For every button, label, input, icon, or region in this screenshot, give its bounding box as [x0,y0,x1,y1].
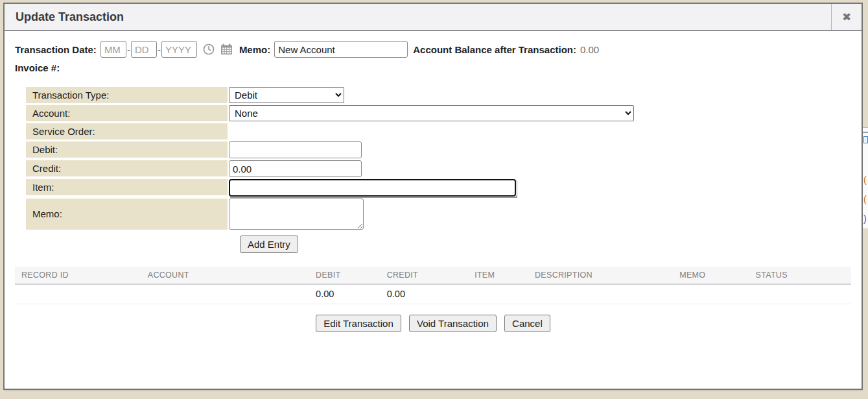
transaction-type-select[interactable]: Debit [229,87,344,103]
service-order-row: Service Order: [26,123,851,139]
update-transaction-dialog: Update Transaction ✖ Transaction Date: -… [3,3,863,390]
date-year-input[interactable] [161,41,197,58]
cell-credit: 0.00 [381,284,468,304]
credit-input[interactable] [229,160,362,177]
cell-memo [673,284,749,304]
cell-debit: 0.00 [309,284,381,304]
account-select[interactable]: None [229,105,634,121]
date-separator: - [127,44,130,55]
item-row: Item: [26,179,851,197]
col-header-account: ACCOUNT [141,267,309,284]
credit-row: Credit: [26,160,851,177]
debit-label: Debit: [26,141,228,158]
memo-header-input[interactable] [274,41,408,58]
underlying-page-strip: ( ( ) [863,0,868,399]
cell-status [749,284,851,304]
invoice-number-label: Invoice #: [15,62,851,73]
cancel-button[interactable]: Cancel [504,315,550,332]
memo-header-label: Memo: [239,44,270,55]
dialog-title: Update Transaction [5,4,831,30]
calendar-icon[interactable] [220,43,233,55]
close-icon: ✖ [842,10,851,24]
col-header-credit: CREDIT [381,267,468,284]
col-header-status: STATUS [749,267,851,284]
account-balance-label: Account Balance after Transaction: [413,44,576,55]
transaction-type-row: Transaction Type: Debit [26,87,851,103]
service-order-label: Service Order: [26,123,228,139]
underlying-table-sliver: ( ( ) [863,127,868,228]
edit-transaction-button[interactable]: Edit Transaction [316,315,401,332]
dialog-titlebar: Update Transaction ✖ [5,4,862,31]
partial-text-fragment: ( [863,194,867,204]
date-day-input[interactable] [131,41,157,58]
debit-row: Debit: [26,141,851,158]
divider [863,132,868,133]
cell-record-id [15,284,141,304]
account-row: Account: None [26,105,851,121]
col-header-description: DESCRIPTION [528,267,673,284]
credit-label: Credit: [26,160,228,176]
add-entry-button[interactable]: Add Entry [240,236,298,253]
dialog-actions: Edit Transaction Void Transaction Cancel [15,315,851,332]
partial-text-fragment: ) [863,213,867,224]
date-month-input[interactable] [100,41,126,58]
cell-item [468,284,528,304]
item-input[interactable] [229,179,516,197]
transaction-type-label: Transaction Type: [26,87,228,103]
table-row: 0.00 0.00 [15,284,851,304]
memo-label: Memo: [26,199,228,230]
partial-checkbox [863,136,868,143]
cell-account [141,284,309,304]
date-separator: - [158,44,161,55]
entry-form: Transaction Type: Debit Account: None Se… [26,87,851,253]
debit-input[interactable] [229,141,362,158]
memo-row: Memo: [26,199,851,230]
records-table: RECORD ID ACCOUNT DEBIT CREDIT ITEM DESC… [15,267,851,304]
close-button[interactable]: ✖ [831,4,862,30]
col-header-debit: DEBIT [309,267,381,284]
memo-textarea[interactable] [229,199,364,230]
cell-description [528,284,673,304]
col-header-item: ITEM [468,267,528,284]
item-label: Item: [26,179,228,195]
void-transaction-button[interactable]: Void Transaction [409,315,497,332]
transaction-date-row: Transaction Date: - - [15,41,851,58]
col-header-record-id: RECORD ID [15,267,141,284]
transaction-date-label: Transaction Date: [15,44,97,55]
clock-icon[interactable] [203,43,215,55]
account-label: Account: [26,105,228,121]
account-balance-value: 0.00 [580,44,599,55]
dialog-content: Transaction Date: - - [5,31,862,332]
records-table-header-row: RECORD ID ACCOUNT DEBIT CREDIT ITEM DESC… [15,267,851,284]
partial-text-fragment: ( [863,175,867,185]
col-header-memo: MEMO [673,267,749,284]
